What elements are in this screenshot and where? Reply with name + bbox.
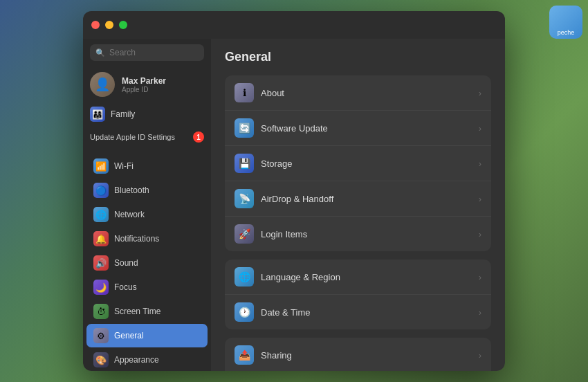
chevron-icon-language: › xyxy=(479,272,481,282)
sidebar-item-screentime[interactable]: ⏱Screen Time xyxy=(86,300,208,323)
language-icon: 🌐 xyxy=(235,267,254,286)
settings-row-datetime[interactable]: 🕐Date & Time› xyxy=(225,295,491,329)
sidebar-item-appearance[interactable]: 🎨Appearance xyxy=(86,348,208,371)
chevron-icon-datetime: › xyxy=(479,307,481,318)
airdrop-icon: 📡 xyxy=(235,189,254,208)
sidebar-item-wifi[interactable]: 📶Wi-Fi xyxy=(86,154,208,178)
software-update-icon: 🔄 xyxy=(235,118,254,138)
sidebar: 🔍 👤 Max Parker Apple ID 👨‍👩‍👧 Family xyxy=(83,39,211,371)
page-title: General xyxy=(225,50,491,64)
user-info: Max Parker Apple ID xyxy=(122,76,166,93)
sidebar-item-focus[interactable]: 🌙Focus xyxy=(86,275,208,299)
main-content: General ℹAbout›🔄Software Update›💾Storage… xyxy=(211,39,505,371)
sidebar-item-label-notifications: Notifications xyxy=(114,234,159,244)
settings-row-storage[interactable]: 💾Storage› xyxy=(225,146,491,181)
sidebar-item-label-screentime: Screen Time xyxy=(114,307,160,316)
search-input[interactable] xyxy=(109,48,199,57)
settings-group-group1: ℹAbout›🔄Software Update›💾Storage›📡AirDro… xyxy=(225,75,491,251)
titlebar xyxy=(83,11,505,39)
sharing-icon: 📤 xyxy=(235,345,254,365)
search-icon: 🔍 xyxy=(95,48,105,57)
avatar: 👤 xyxy=(90,72,115,97)
settings-row-login-items[interactable]: 🚀Login Items› xyxy=(225,217,491,251)
settings-row-label-storage: Storage xyxy=(261,158,479,169)
sound-icon: 🔊 xyxy=(93,255,109,271)
desktop-icon[interactable]: peche xyxy=(549,6,582,39)
focus-icon: 🌙 xyxy=(93,280,109,295)
settings-row-label-airdrop: AirDrop & Handoff xyxy=(261,194,479,204)
settings-row-label-login-items: Login Items xyxy=(261,229,479,239)
sidebar-item-network[interactable]: 🌐Network xyxy=(86,203,208,226)
chevron-icon-airdrop: › xyxy=(479,194,481,204)
chevron-icon-sharing: › xyxy=(479,350,481,361)
update-badge: 1 xyxy=(193,131,204,143)
login-items-icon: 🚀 xyxy=(235,224,254,244)
notifications-icon: 🔔 xyxy=(93,231,109,246)
settings-row-airdrop[interactable]: 📡AirDrop & Handoff› xyxy=(225,181,491,217)
bluetooth-icon: 🔵 xyxy=(93,183,109,198)
sidebar-item-bluetooth[interactable]: 🔵Bluetooth xyxy=(86,179,208,202)
datetime-icon: 🕐 xyxy=(235,302,254,322)
settings-row-language[interactable]: 🌐Language & Region› xyxy=(225,260,491,295)
sidebar-item-notifications[interactable]: 🔔Notifications xyxy=(86,227,208,251)
appearance-icon: 🎨 xyxy=(93,352,109,367)
family-label: Family xyxy=(111,109,135,119)
about-icon: ℹ xyxy=(235,83,254,102)
update-apple-id-notice[interactable]: Update Apple ID Settings 1 xyxy=(83,126,211,148)
network-icon: 🌐 xyxy=(93,207,109,222)
user-profile[interactable]: 👤 Max Parker Apple ID xyxy=(83,66,211,102)
sidebar-item-sound[interactable]: 🔊Sound xyxy=(86,251,208,275)
settings-group-group2: 🌐Language & Region›🕐Date & Time› xyxy=(225,260,491,329)
update-notice-text: Update Apple ID Settings xyxy=(90,133,189,141)
settings-row-about[interactable]: ℹAbout› xyxy=(225,75,491,111)
sidebar-item-family[interactable]: 👨‍👩‍👧 Family xyxy=(83,102,211,126)
close-button[interactable] xyxy=(91,21,100,29)
settings-group-group3: 📤Sharing›🕰Time Machine›🔃Transfer or Rese… xyxy=(225,338,491,371)
system-preferences-window: 🔍 👤 Max Parker Apple ID 👨‍👩‍👧 Family xyxy=(83,11,505,371)
settings-row-label-software-update: Software Update xyxy=(261,123,479,134)
chevron-icon-software-update: › xyxy=(479,123,481,134)
chevron-icon-storage: › xyxy=(479,158,481,169)
sidebar-item-label-network: Network xyxy=(114,210,145,219)
avatar-icon: 👤 xyxy=(95,77,110,92)
storage-icon: 💾 xyxy=(235,154,254,173)
sidebar-items: 📶Wi-Fi🔵Bluetooth🌐Network🔔Notifications🔊S… xyxy=(83,154,211,371)
window-body: 🔍 👤 Max Parker Apple ID 👨‍👩‍👧 Family xyxy=(83,39,505,371)
settings-row-software-update[interactable]: 🔄Software Update› xyxy=(225,111,491,146)
sidebar-item-label-bluetooth: Bluetooth xyxy=(114,185,149,195)
sidebar-item-label-general: General xyxy=(114,331,144,340)
sidebar-item-general[interactable]: ⚙General xyxy=(86,324,208,347)
settings-groups: ℹAbout›🔄Software Update›💾Storage›📡AirDro… xyxy=(225,75,491,371)
minimize-button[interactable] xyxy=(105,21,113,29)
maximize-button[interactable] xyxy=(119,21,127,29)
sidebar-item-label-wifi: Wi-Fi xyxy=(114,161,134,171)
chevron-icon-login-items: › xyxy=(479,229,481,239)
user-name: Max Parker xyxy=(122,76,166,86)
search-bar[interactable]: 🔍 xyxy=(90,44,204,61)
chevron-icon-about: › xyxy=(479,88,481,98)
sidebar-item-label-sound: Sound xyxy=(114,258,138,268)
sidebar-item-label-appearance: Appearance xyxy=(114,355,159,365)
settings-row-label-datetime: Date & Time xyxy=(261,307,479,318)
settings-row-label-about: About xyxy=(261,88,479,98)
desktop-icon-label: peche xyxy=(558,29,575,36)
screentime-icon: ⏱ xyxy=(93,304,109,319)
settings-row-sharing[interactable]: 📤Sharing› xyxy=(225,338,491,371)
user-subtitle: Apple ID xyxy=(122,86,166,93)
settings-row-label-sharing: Sharing xyxy=(261,350,479,361)
wifi-icon: 📶 xyxy=(93,158,109,174)
sidebar-item-label-focus: Focus xyxy=(114,282,137,292)
settings-row-label-language: Language & Region xyxy=(261,272,479,282)
family-icon: 👨‍👩‍👧 xyxy=(90,107,105,122)
general-icon: ⚙ xyxy=(93,328,109,343)
